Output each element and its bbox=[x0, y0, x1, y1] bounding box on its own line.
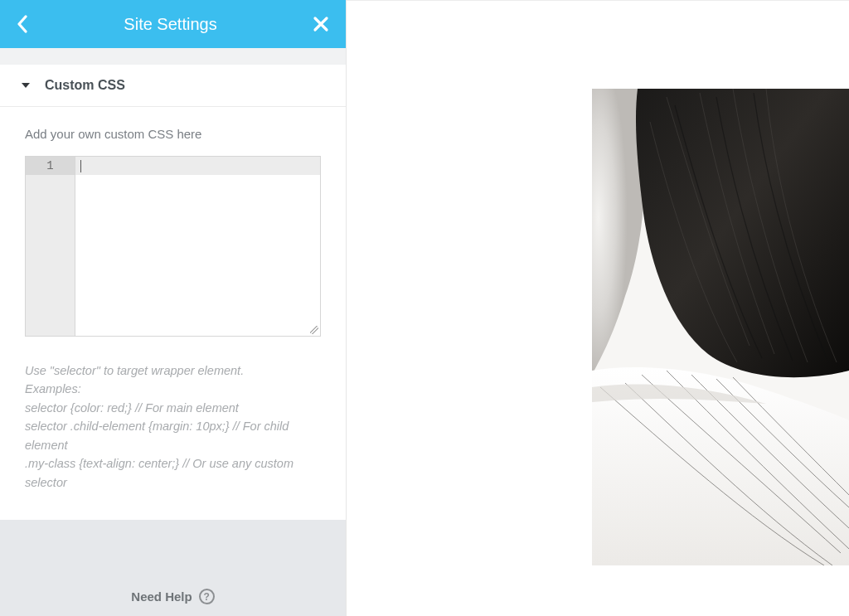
helper-line: selector .child-element {margin: 10px;} … bbox=[25, 417, 321, 454]
field-label: Add your own custom CSS here bbox=[25, 127, 321, 141]
active-line bbox=[75, 157, 320, 175]
text-cursor bbox=[80, 160, 81, 172]
chevron-left-icon bbox=[17, 15, 28, 33]
section-body: Add your own custom CSS here 1 Use "sele… bbox=[0, 107, 346, 520]
helper-line: selector {color: red;} // For main eleme… bbox=[25, 399, 321, 417]
question-icon: ? bbox=[199, 589, 215, 604]
line-number: 1 bbox=[26, 157, 75, 175]
editor-content[interactable] bbox=[75, 157, 320, 336]
close-icon bbox=[313, 16, 329, 32]
helper-line: Use "selector" to target wrapper element… bbox=[25, 361, 321, 380]
helper-line: Examples: bbox=[25, 380, 321, 398]
helper-text: Use "selector" to target wrapper element… bbox=[25, 361, 321, 492]
section-toggle-custom-css[interactable]: Custom CSS bbox=[0, 65, 346, 107]
helper-line: .my-class {text-align: center;} // Or us… bbox=[25, 454, 321, 492]
need-help-button[interactable]: Need Help ? bbox=[131, 589, 214, 604]
panel-title: Site Settings bbox=[28, 15, 313, 34]
need-help-label: Need Help bbox=[131, 589, 192, 604]
back-button[interactable] bbox=[17, 15, 28, 33]
sidebar-header: Site Settings bbox=[0, 0, 346, 48]
settings-sidebar: Site Settings Custom CSS Add your own cu… bbox=[0, 0, 347, 616]
divider bbox=[0, 48, 346, 65]
editor-gutter: 1 bbox=[26, 157, 75, 336]
preview-image bbox=[592, 89, 849, 565]
section-title: Custom CSS bbox=[45, 78, 125, 93]
custom-css-editor[interactable]: 1 bbox=[25, 156, 321, 337]
resize-handle[interactable] bbox=[310, 326, 318, 334]
preview-pane bbox=[347, 0, 849, 616]
sidebar-footer: Need Help ? bbox=[0, 520, 346, 616]
caret-down-icon bbox=[22, 83, 30, 88]
close-button[interactable] bbox=[313, 16, 329, 32]
